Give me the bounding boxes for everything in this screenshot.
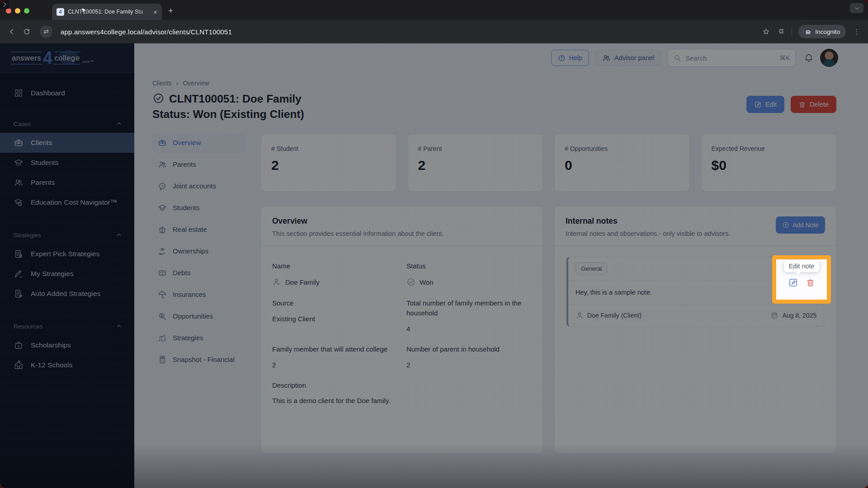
sidebar-item-education-cost-navigator[interactable]: Education Cost Navigator™ [0, 192, 134, 212]
field-value: This is a demo client for the Doe family… [272, 397, 532, 404]
tab-close-icon[interactable]: × [153, 9, 157, 15]
delete-note-button[interactable] [806, 278, 815, 289]
field-parents-household: Number of parent in household 2 [406, 344, 532, 369]
note-tag: General [576, 263, 607, 275]
sidebar-nav: Dashboard Cases Clients Students Parents [0, 73, 134, 375]
url-text[interactable]: app.answers4college.local/advisor/client… [61, 28, 755, 36]
breadcrumb-separator-icon: › [176, 80, 179, 87]
note-author: Doe Family (Client) [576, 311, 642, 319]
page-title-line2: Status: Won (Existing Client) [152, 108, 304, 120]
tab-title: CLNT100051: Doe Family Sta [68, 9, 150, 15]
sidebar-item-my-strategies[interactable]: My Strategies [0, 264, 134, 284]
subnav-opportunities[interactable]: Opportunities [152, 307, 245, 325]
maximize-window-button[interactable] [24, 8, 29, 14]
incognito-icon [804, 28, 812, 36]
advisor-panel-button[interactable]: Advisor panel [595, 50, 661, 66]
logo-part-4: 4 [43, 50, 53, 66]
notes-card-title: Internal notes [566, 216, 730, 226]
back-icon[interactable] [7, 27, 16, 36]
bar-chart-icon [158, 333, 167, 343]
wallet-icon [158, 268, 167, 277]
subnav-label: Parents [173, 160, 196, 168]
edit-pencil-icon [754, 101, 762, 108]
browser-tab[interactable]: 4 CLNT100051: Doe Family Sta × [52, 4, 162, 20]
edit-button[interactable]: Edit [746, 96, 784, 113]
edit-note-button[interactable] [788, 277, 798, 289]
trash-icon [806, 278, 815, 287]
sidebar-item-k12-schools[interactable]: K-12 Schools [0, 355, 134, 375]
subnav-insurances[interactable]: Insurances [152, 286, 245, 304]
sidebar-section-strategies[interactable]: Strategies [0, 230, 134, 239]
sidebar-item-dashboard[interactable]: Dashboard [0, 83, 134, 103]
app-logo[interactable]: answers4college.com™ [0, 43, 134, 73]
person-icon [576, 311, 584, 319]
field-value: Won [420, 278, 434, 286]
chevron-up-icon [115, 231, 123, 239]
subnav-debts[interactable]: Debts [152, 264, 245, 282]
trash-icon [798, 101, 806, 108]
subnav-overview[interactable]: Overview [152, 134, 245, 152]
field-description: Description This is a demo client for th… [272, 380, 532, 405]
reload-icon[interactable] [23, 28, 31, 36]
search-input[interactable] [685, 54, 775, 62]
help-button[interactable]: Help [551, 50, 589, 66]
delete-button[interactable]: Delete [791, 96, 836, 113]
search-box[interactable]: ⌘K [667, 49, 796, 67]
sidebar-item-parents[interactable]: Parents [0, 173, 134, 192]
subnav-students[interactable]: Students [152, 199, 245, 217]
add-note-button[interactable]: Add Note [776, 216, 825, 234]
title-row: CLNT100051: Doe Family Status: Won (Exis… [152, 91, 836, 122]
extensions-icon[interactable] [777, 28, 785, 36]
sidebar: answers4college.com™ Dashboard Cases Cli… [0, 43, 134, 488]
sidebar-section-cases[interactable]: Cases [0, 119, 134, 128]
subnav-joint-accounts[interactable]: Joint accounts [152, 177, 245, 195]
sidebar-section-resources[interactable]: Resources [0, 322, 134, 331]
field-family-total: Total number of family members in the ho… [406, 298, 532, 333]
stat-value: 0 [565, 158, 679, 173]
minimize-window-button[interactable] [15, 8, 20, 14]
logo-text: answers4college.com™ [11, 50, 94, 66]
browser-menu-icon[interactable] [852, 28, 861, 36]
plus-circle-icon [782, 221, 789, 229]
subnav-snapshot-financial[interactable]: Snapshot - Financial [152, 351, 245, 369]
sidebar-item-clients[interactable]: Clients [0, 133, 134, 153]
subnav-real-estate[interactable]: Real estate [152, 221, 245, 239]
tab-search-button[interactable] [850, 3, 863, 13]
breadcrumb-overview[interactable]: Overview [183, 80, 209, 87]
house-icon [158, 225, 167, 234]
browser-url-bar: app.answers4college.local/advisor/client… [0, 20, 868, 43]
sidebar-item-expert-pick-strategies[interactable]: Expert Pick Strategies [0, 244, 134, 264]
subnav-strategies[interactable]: Strategies [152, 329, 245, 347]
site-info-icon[interactable] [40, 25, 52, 38]
search-bulb-icon [158, 312, 167, 321]
user-avatar[interactable] [820, 49, 838, 67]
stat-value: $0 [712, 158, 826, 173]
briefcase-icon [158, 138, 167, 147]
breadcrumb-clients[interactable]: Clients [152, 80, 172, 87]
logo-part-answers: answers [11, 52, 42, 65]
browser-tab-strip: 4 CLNT100051: Doe Family Sta × + [0, 0, 868, 20]
incognito-badge: Incognito [798, 25, 846, 38]
bookmark-star-icon[interactable] [762, 28, 770, 36]
person-check-icon [272, 277, 281, 286]
stat-value: 2 [418, 158, 533, 173]
sidebar-item-students[interactable]: Students [0, 153, 134, 173]
add-note-label: Add Note [793, 221, 819, 229]
sidebar-item-label: Scholarships [31, 341, 71, 349]
browser-window: 4 CLNT100051: Doe Family Sta × + app.ans… [0, 0, 868, 488]
window-controls [6, 8, 29, 14]
graduation-cap-icon [14, 158, 24, 168]
overview-card-title: Overview [272, 216, 444, 226]
subnav-ownerships[interactable]: Ownerships [152, 242, 245, 260]
sidebar-item-auto-added-strategies[interactable]: Auto Added Strategies [0, 284, 134, 304]
new-tab-button[interactable]: + [168, 6, 173, 16]
subnav-parents[interactable]: Parents [152, 155, 245, 174]
subnav-label: Students [173, 204, 199, 211]
notes-card-subtitle: Internal notes and observations - only v… [566, 230, 730, 237]
subnav-label: Opportunities [173, 312, 213, 320]
close-window-button[interactable] [6, 8, 11, 14]
sidebar-item-label: K-12 Schools [31, 361, 72, 369]
notifications-bell-icon[interactable] [804, 53, 814, 63]
sidebar-item-label: Parents [31, 178, 55, 187]
sidebar-item-scholarships[interactable]: Scholarships [0, 335, 134, 355]
